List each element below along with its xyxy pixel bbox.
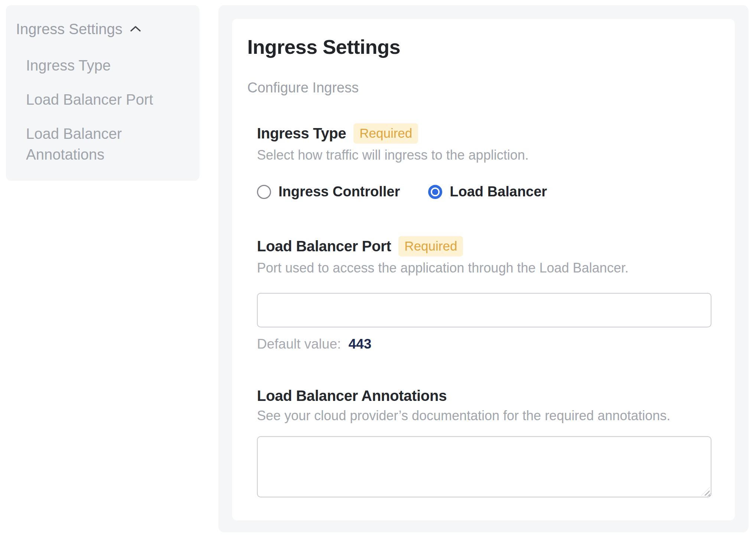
settings-panel: Ingress Settings Configure Ingress Ingre… [218, 5, 749, 532]
settings-sidebar: Ingress Settings Ingress Type Load Balan… [6, 5, 199, 181]
required-badge: Required [353, 123, 418, 144]
ingress-settings-card: Ingress Settings Configure Ingress Ingre… [232, 19, 735, 520]
section-load-balancer-port: Load Balancer Port Required Port used to… [257, 236, 711, 352]
radio-option-ingress-controller[interactable]: Ingress Controller [257, 184, 400, 200]
radio-selected-icon[interactable] [428, 185, 442, 199]
ingress-type-label: Ingress Type [257, 125, 346, 142]
default-value-line: Default value: 443 [257, 336, 711, 352]
load-balancer-annotations-description: See your cloud provider’s documentation … [257, 408, 711, 424]
ingress-type-options: Ingress Controller Load Balancer [257, 184, 711, 200]
load-balancer-port-input[interactable] [257, 293, 711, 327]
sidebar-item-ingress-settings[interactable]: Ingress Settings [16, 20, 190, 38]
section-ingress-type: Ingress Type Required Select how traffic… [257, 123, 711, 200]
load-balancer-port-label: Load Balancer Port [257, 238, 391, 255]
sidebar-parent-label: Ingress Settings [16, 20, 123, 38]
radio-label-ingress-controller[interactable]: Ingress Controller [278, 184, 400, 200]
section-load-balancer-annotations: Load Balancer Annotations See your cloud… [257, 388, 711, 497]
required-badge: Required [398, 236, 463, 257]
radio-option-load-balancer[interactable]: Load Balancer [428, 184, 547, 200]
sidebar-item-load-balancer-annotations[interactable]: Load Balancer Annotations [26, 123, 167, 165]
default-value: 443 [349, 336, 372, 352]
chevron-up-icon[interactable] [129, 24, 142, 33]
page-title: Ingress Settings [247, 35, 711, 58]
load-balancer-annotations-label: Load Balancer Annotations [257, 388, 447, 404]
load-balancer-annotations-textarea[interactable] [257, 436, 711, 497]
sidebar-sub-items: Ingress Type Load Balancer Port Load Bal… [16, 55, 190, 165]
radio-label-load-balancer[interactable]: Load Balancer [450, 184, 547, 200]
radio-unselected-icon[interactable] [257, 185, 271, 199]
default-value-label: Default value: [257, 336, 341, 352]
sidebar-item-ingress-type[interactable]: Ingress Type [26, 55, 167, 76]
ingress-type-description: Select how traffic will ingress to the a… [257, 147, 711, 163]
load-balancer-port-description: Port used to access the application thro… [257, 260, 711, 276]
sidebar-item-load-balancer-port[interactable]: Load Balancer Port [26, 89, 167, 110]
page-subtitle: Configure Ingress [247, 80, 711, 96]
